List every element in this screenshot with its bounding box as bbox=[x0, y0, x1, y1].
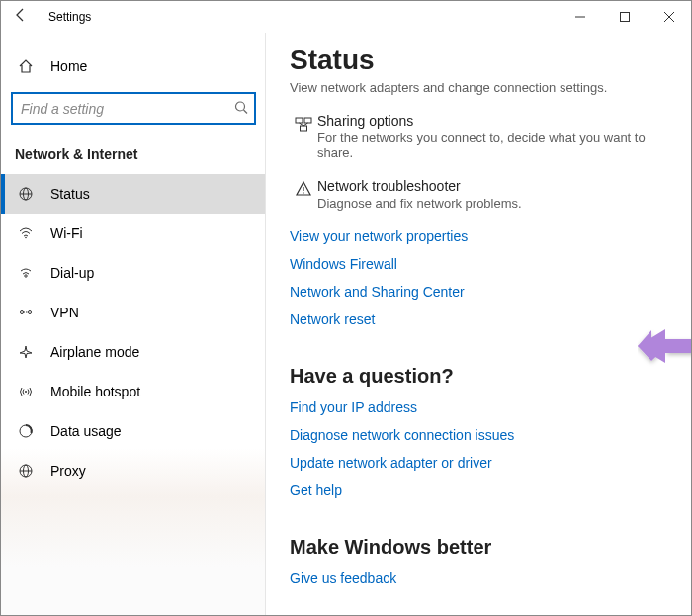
sidebar-item-airplane[interactable]: Airplane mode bbox=[1, 332, 266, 372]
item-title: Network troubleshooter bbox=[317, 178, 671, 194]
close-button[interactable] bbox=[647, 1, 691, 33]
annotation-arrow bbox=[638, 321, 691, 371]
sidebar-item-label: Status bbox=[50, 186, 90, 202]
faded-intro: View network adapters and change connect… bbox=[290, 80, 671, 95]
wifi-icon bbox=[15, 225, 37, 241]
content-panel: Status View network adapters and change … bbox=[266, 33, 691, 615]
svg-rect-21 bbox=[301, 126, 307, 131]
sidebar-item-wifi[interactable]: Wi-Fi bbox=[1, 214, 266, 253]
item-desc: Diagnose and fix network problems. bbox=[317, 196, 671, 211]
home-icon bbox=[15, 58, 37, 74]
sidebar-item-proxy[interactable]: Proxy bbox=[1, 451, 266, 490]
svg-point-10 bbox=[25, 275, 27, 277]
sidebar-section-header: Network & Internet bbox=[1, 132, 266, 174]
troubleshooter-icon bbox=[290, 178, 317, 198]
sidebar-item-label: Data usage bbox=[50, 423, 122, 439]
sharing-icon bbox=[290, 113, 317, 132]
link-view-properties[interactable]: View your network properties bbox=[290, 228, 671, 244]
link-update-adapter[interactable]: Update network adapter or driver bbox=[290, 455, 671, 471]
search-icon bbox=[234, 100, 248, 117]
sidebar-item-label: Proxy bbox=[50, 463, 86, 479]
sidebar-item-dialup[interactable]: Dial-up bbox=[1, 253, 266, 293]
link-get-help[interactable]: Get help bbox=[290, 483, 671, 498]
svg-line-5 bbox=[244, 110, 248, 114]
sidebar-item-vpn[interactable]: VPN bbox=[1, 293, 266, 332]
svg-point-9 bbox=[25, 237, 27, 239]
item-title: Sharing options bbox=[317, 113, 671, 129]
home-nav[interactable]: Home bbox=[1, 48, 266, 84]
vpn-icon bbox=[15, 305, 37, 320]
svg-rect-19 bbox=[296, 118, 303, 123]
maximize-button[interactable] bbox=[602, 1, 647, 33]
minimize-button[interactable] bbox=[558, 1, 602, 33]
link-feedback[interactable]: Give us feedback bbox=[290, 571, 671, 586]
hotspot-icon bbox=[15, 384, 37, 399]
network-troubleshooter[interactable]: Network troubleshooter Diagnose and fix … bbox=[290, 178, 671, 211]
svg-point-25 bbox=[303, 192, 303, 193]
better-header: Make Windows better bbox=[290, 536, 671, 559]
data-usage-icon bbox=[15, 423, 37, 439]
sidebar-item-label: Airplane mode bbox=[50, 344, 139, 360]
link-diagnose[interactable]: Diagnose network connection issues bbox=[290, 427, 671, 443]
home-label: Home bbox=[50, 58, 87, 74]
svg-point-4 bbox=[236, 102, 245, 111]
dialup-icon bbox=[15, 265, 37, 281]
link-find-ip[interactable]: Find your IP address bbox=[290, 399, 671, 415]
link-windows-firewall[interactable]: Windows Firewall bbox=[290, 256, 671, 272]
svg-point-11 bbox=[21, 311, 24, 314]
svg-point-14 bbox=[25, 391, 27, 393]
svg-rect-20 bbox=[304, 118, 311, 123]
sidebar-item-label: Mobile hotspot bbox=[50, 384, 140, 399]
svg-point-12 bbox=[29, 311, 32, 314]
question-header: Have a question? bbox=[290, 365, 671, 388]
sharing-options[interactable]: Sharing options For the networks you con… bbox=[290, 113, 671, 160]
sidebar-item-label: Wi-Fi bbox=[50, 225, 83, 241]
sidebar-item-label: VPN bbox=[50, 305, 79, 320]
status-icon bbox=[15, 186, 37, 202]
airplane-icon bbox=[15, 344, 37, 360]
link-network-sharing[interactable]: Network and Sharing Center bbox=[290, 284, 671, 300]
sidebar-item-status[interactable]: Status bbox=[1, 174, 266, 214]
item-desc: For the networks you connect to, decide … bbox=[317, 131, 671, 160]
svg-rect-1 bbox=[620, 13, 629, 22]
window-title: Settings bbox=[48, 10, 91, 24]
sidebar-item-datausage[interactable]: Data usage bbox=[1, 411, 266, 451]
page-title: Status bbox=[290, 44, 671, 76]
proxy-icon bbox=[15, 463, 37, 479]
back-button[interactable] bbox=[1, 7, 41, 27]
sidebar-item-label: Dial-up bbox=[50, 265, 94, 281]
sidebar-item-hotspot[interactable]: Mobile hotspot bbox=[1, 372, 266, 411]
search-input[interactable] bbox=[11, 92, 256, 125]
sidebar: Home Network & Internet Status Wi-Fi bbox=[1, 33, 266, 615]
link-network-reset[interactable]: Network reset bbox=[290, 311, 671, 327]
titlebar: Settings bbox=[1, 1, 691, 33]
